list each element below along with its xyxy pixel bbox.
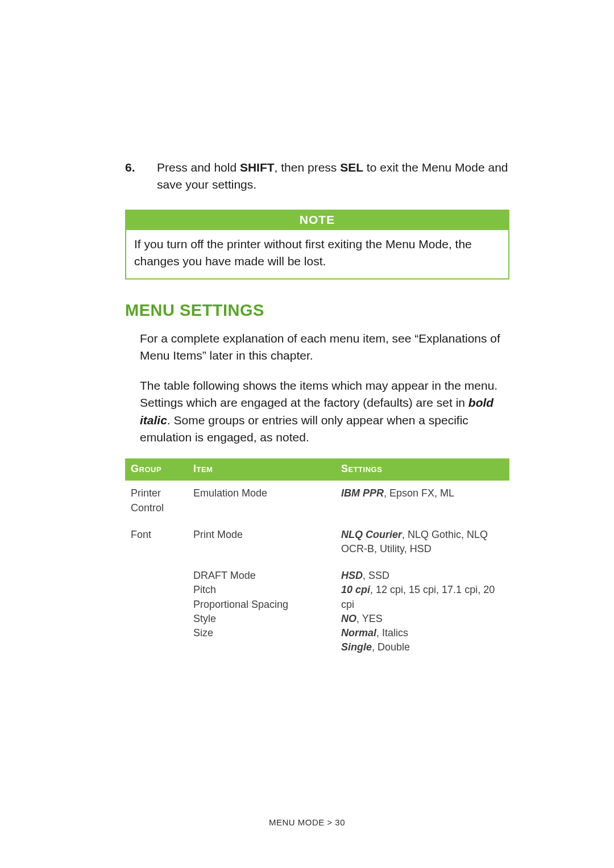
table-row: Printer Control Emulation Mode IBM PPR, … [125, 481, 509, 521]
note-body: If you turn off the printer without firs… [126, 230, 508, 278]
other-values: , Epson FX, ML [384, 487, 454, 499]
default-value: NLQ Courier [341, 529, 402, 540]
note-title: NOTE [126, 211, 508, 230]
paragraph: The table following shows the items whic… [125, 377, 509, 446]
item-line: Style [193, 612, 330, 626]
menu-settings-table: Group Item Settings Printer Control Emul… [125, 458, 509, 661]
default-value: HSD [341, 570, 363, 581]
settings-line: 10 cpi, 12 cpi, 15 cpi, 17.1 cpi, 20 cpi [341, 583, 504, 611]
cell-group: Font [125, 522, 188, 563]
cell-settings: IBM PPR, Epson FX, ML [335, 481, 509, 521]
step-body: Press and hold SHIFT, then press SEL to … [157, 159, 509, 194]
table-row: DRAFT Mode Pitch Proportional Spacing St… [125, 563, 509, 661]
step-text: Press and hold [157, 161, 240, 174]
table-header-row: Group Item Settings [125, 458, 509, 481]
paragraph: For a complete explanation of each menu … [125, 330, 509, 365]
step-number: 6. [125, 159, 157, 194]
paragraph-text: The table following shows the items whic… [140, 379, 497, 409]
cell-group [125, 563, 188, 661]
item-line: Size [193, 626, 330, 640]
cell-settings: NLQ Courier, NLQ Gothic, NLQ OCR-B, Util… [335, 522, 509, 563]
settings-line: Normal, Italics [341, 626, 504, 640]
paragraph-text: . Some groups or entries will only appea… [140, 414, 468, 444]
default-value: Normal [341, 627, 376, 639]
section-heading: MENU SETTINGS [125, 301, 509, 320]
settings-line: Single, Double [341, 640, 504, 654]
default-value: NO [341, 613, 356, 624]
document-page: 6. Press and hold SHIFT, then press SEL … [0, 0, 614, 868]
cell-settings: HSD, SSD 10 cpi, 12 cpi, 15 cpi, 17.1 cp… [335, 563, 509, 661]
key-shift: SHIFT [240, 161, 275, 174]
page-footer: MENU MODE > 30 [0, 817, 614, 827]
cell-item: DRAFT Mode Pitch Proportional Spacing St… [188, 563, 335, 661]
key-sel: SEL [340, 161, 363, 174]
other-values: , YES [356, 613, 383, 624]
item-line: Pitch [193, 583, 330, 597]
settings-line: NO, YES [341, 612, 504, 626]
cell-group: Printer Control [125, 481, 188, 521]
step-text: , then press [275, 161, 341, 174]
col-header-settings: Settings [335, 458, 509, 481]
note-box: NOTE If you turn off the printer without… [125, 210, 509, 279]
other-values: , Italics [376, 627, 408, 639]
default-value: 10 cpi [341, 584, 370, 595]
col-header-group: Group [125, 458, 188, 481]
other-values: , Double [372, 641, 410, 653]
cell-item: Print Mode [188, 522, 335, 563]
other-values: , SSD [363, 570, 389, 581]
cell-item: Emulation Mode [188, 481, 335, 521]
item-line: DRAFT Mode [193, 569, 330, 583]
table-row: Font Print Mode NLQ Courier, NLQ Gothic,… [125, 522, 509, 563]
numbered-step: 6. Press and hold SHIFT, then press SEL … [125, 159, 509, 194]
item-line: Proportional Spacing [193, 598, 330, 612]
settings-line: HSD, SSD [341, 569, 504, 583]
default-value: Single [341, 641, 372, 653]
default-value: IBM PPR [341, 487, 384, 499]
col-header-item: Item [188, 458, 335, 481]
